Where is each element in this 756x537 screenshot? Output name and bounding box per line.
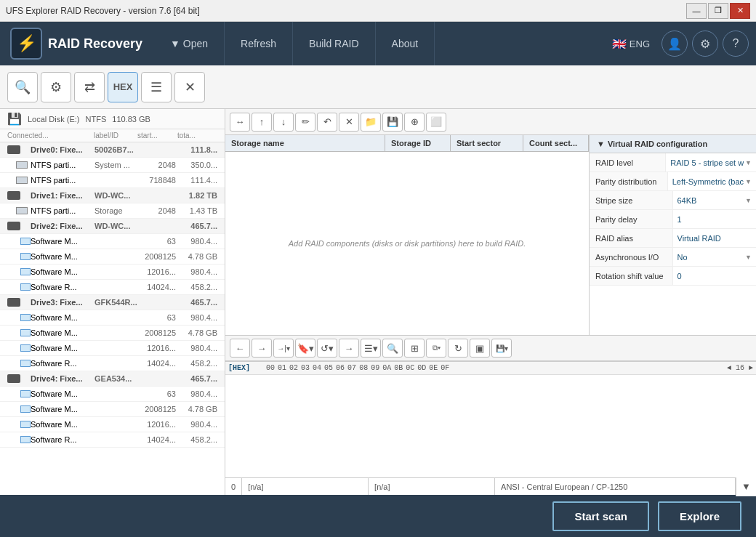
raid-remove-btn[interactable]: ✕: [339, 113, 359, 132]
hex-copy-btn[interactable]: ⧉▾: [426, 339, 446, 358]
raid-layers-btn[interactable]: ⊕: [404, 113, 425, 132]
minimize-button[interactable]: —: [686, 3, 707, 19]
item-name: Software M...: [31, 313, 93, 322]
menu-refresh[interactable]: Refresh: [225, 22, 293, 65]
close-button[interactable]: ✕: [730, 3, 750, 19]
main-toolbar: 🔍 ⚙ ⇄ HEX ☰ ✕: [0, 65, 756, 109]
col-total: tota...: [177, 132, 217, 140]
hex-grid-btn[interactable]: ⊞: [404, 339, 425, 358]
raid-edit-btn[interactable]: ✏: [295, 113, 315, 132]
list-item[interactable]: Software M...20081254.78 GB: [0, 402, 225, 417]
search-tool-button[interactable]: 🔍: [7, 72, 38, 102]
col-label: label/ID: [94, 132, 137, 140]
software-icon: [20, 253, 31, 260]
encoding-dropdown-btn[interactable]: ▼: [736, 477, 756, 496]
hex-refresh-btn[interactable]: ↺▾: [317, 339, 337, 358]
settings-button[interactable]: ⚙: [692, 31, 718, 57]
list-item[interactable]: NTFS parti...System ...2048350.0...: [0, 158, 225, 173]
item-name: Software R...: [31, 283, 93, 291]
sync-tool-button[interactable]: ⇄: [74, 72, 105, 102]
raid-down-btn[interactable]: ↓: [273, 113, 294, 132]
explore-button[interactable]: Explore: [658, 501, 741, 531]
item-total: 980.4...: [177, 313, 217, 322]
raid-config-value[interactable]: No▼: [673, 248, 757, 266]
dropdown-arrow-icon: ▼: [745, 159, 752, 166]
hex-page-indicator: ◄ 16 ►: [727, 364, 753, 372]
list-item[interactable]: Software M...63980.4...: [0, 310, 225, 326]
list-item[interactable]: Drive0: Fixe...50026B7...111.8...: [0, 142, 225, 158]
list-item[interactable]: Drive4: Fixe...GEA534...465.7...: [0, 371, 225, 387]
list-item[interactable]: Software M...63980.4...: [0, 387, 225, 402]
hex-prev-btn[interactable]: ←: [230, 339, 250, 358]
col-start-sector: Start sector: [451, 135, 523, 151]
list-item[interactable]: Software M...20081254.78 GB: [0, 249, 225, 265]
settings-tool-button[interactable]: ⚙: [41, 72, 71, 102]
raid-config-row: Asynchronous I/ONo▼: [590, 248, 756, 267]
status-val1: [n/a]: [242, 478, 369, 495]
item-start: 2008125: [140, 252, 176, 261]
raid-config-value[interactable]: 64KB▼: [673, 191, 757, 209]
hex-tool-button[interactable]: HEX: [108, 72, 138, 102]
item-name: Software M...: [31, 420, 93, 429]
hex-search-btn[interactable]: 🔍: [382, 339, 403, 358]
raid-area: Storage name Storage ID Start sector Cou…: [225, 135, 756, 335]
item-start: 63: [140, 389, 176, 398]
menu-open[interactable]: ▼ Open: [154, 22, 225, 65]
dropdown-arrow-icon: ▼: [745, 197, 752, 204]
list-item[interactable]: Software M...12016...980.4...: [0, 417, 225, 432]
raid-config-value[interactable]: RAID 5 - stripe set w▼: [666, 153, 756, 171]
user-button[interactable]: 👤: [662, 31, 688, 57]
list-item[interactable]: Software M...20081254.78 GB: [0, 326, 225, 341]
menu-build-raid[interactable]: Build RAID: [293, 22, 375, 65]
list-item[interactable]: Software R...14024...458.2...: [0, 432, 225, 448]
list-item[interactable]: Software R...14024...458.2...: [0, 280, 225, 295]
hex-next-btn[interactable]: →: [252, 339, 272, 358]
item-total: 980.4...: [177, 420, 217, 429]
hex-block-btn[interactable]: ▣: [470, 339, 490, 358]
list-item[interactable]: Software M...63980.4...: [0, 234, 225, 249]
list-item[interactable]: Software M...12016...980.4...: [0, 265, 225, 280]
raid-config-value[interactable]: Left-Symmetric (bac▼: [668, 172, 756, 190]
raid-export-btn[interactable]: ⬜: [426, 113, 446, 132]
hex-goto-btn[interactable]: →: [339, 339, 359, 358]
software-icon: [20, 283, 31, 291]
raid-save-btn[interactable]: 💾: [382, 113, 403, 132]
help-button[interactable]: ?: [723, 31, 749, 57]
partition-icon: [16, 161, 28, 169]
list-tool-button[interactable]: ☰: [141, 72, 172, 102]
hex-list-btn[interactable]: ☰▾: [361, 339, 381, 358]
list-item[interactable]: Drive3: Fixe...GFK544R...465.7...: [0, 295, 225, 310]
raid-config-row: Parity delay1: [590, 210, 756, 229]
hex-end-btn[interactable]: →|▾: [273, 339, 294, 358]
list-item[interactable]: NTFS parti...Storage20481.43 TB: [0, 203, 225, 219]
raid-config-panel: ▼ Virtual RAID configuration RAID levelR…: [589, 135, 756, 335]
start-scan-button[interactable]: Start scan: [552, 501, 649, 531]
raid-config-label: RAID level: [590, 153, 666, 171]
drive-list[interactable]: Drive0: Fixe...50026B7...111.8...NTFS pa…: [0, 142, 225, 495]
raid-undo-btn[interactable]: ↶: [317, 113, 337, 132]
maximize-button[interactable]: ❐: [708, 3, 728, 19]
main-content: 💾 Local Disk (E:) NTFS 110.83 GB Connect…: [0, 109, 756, 495]
hex-undo2-btn[interactable]: ↻: [448, 339, 468, 358]
list-item[interactable]: Drive1: Fixe...WD-WC...1.82 TB: [0, 188, 225, 203]
language-button[interactable]: 🇬🇧 ENG: [605, 37, 657, 51]
menu-about[interactable]: About: [376, 22, 435, 65]
raid-table-area: Storage name Storage ID Start sector Cou…: [225, 135, 589, 335]
col-name: Connected...: [7, 132, 94, 140]
list-item[interactable]: Drive2: Fixe...WD-WC...465.7...: [0, 219, 225, 234]
hex-bookmark-btn[interactable]: 🔖▾: [295, 339, 315, 358]
partition-icon: [16, 177, 28, 184]
app-logo: ⚡ RAID Recovery: [7, 28, 154, 60]
raid-sync-btn[interactable]: ↔: [230, 113, 250, 132]
item-total: 111.4...: [177, 176, 217, 185]
item-total: 4.78 GB: [177, 328, 217, 337]
list-item[interactable]: Software M...12016...980.4...: [0, 341, 225, 356]
item-total: 1.43 TB: [177, 206, 217, 215]
raid-up-btn[interactable]: ↑: [252, 113, 272, 132]
list-item[interactable]: Software R...14024...458.2...: [0, 356, 225, 371]
hex-save2-btn[interactable]: 💾▾: [491, 339, 512, 358]
list-item[interactable]: NTFS parti...718848111.4...: [0, 173, 225, 188]
close-tool-button[interactable]: ✕: [174, 72, 205, 102]
raid-folder-btn[interactable]: 📁: [361, 113, 381, 132]
col-storage-id: Storage ID: [385, 135, 451, 151]
